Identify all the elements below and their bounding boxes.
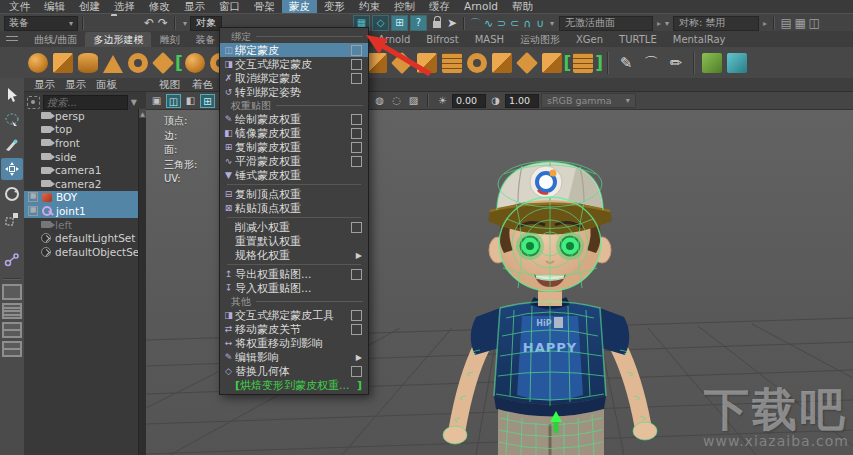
help-mode-icon[interactable]: ?: [410, 15, 427, 31]
shelf-tab[interactable]: 雕刻: [151, 32, 187, 47]
skin-menu-item[interactable]: ✎编辑影响▶: [220, 350, 368, 364]
poly-cube-icon[interactable]: [53, 53, 73, 73]
smooth-proxy-icon[interactable]: [573, 53, 593, 73]
skin-menu-item[interactable]: ∿平滑蒙皮权重: [220, 154, 368, 168]
skin-menu-item[interactable]: ⇄移动蒙皮关节: [220, 322, 368, 336]
option-box-icon[interactable]: [351, 324, 362, 335]
rotate-tool[interactable]: [1, 183, 23, 205]
option-box-icon[interactable]: [351, 114, 362, 125]
viewport-menu-item[interactable]: 着色: [186, 78, 219, 91]
redo-icon[interactable]: ↷: [156, 16, 170, 30]
outliner-row[interactable]: left: [24, 218, 139, 232]
outliner-row[interactable]: camera2: [24, 177, 139, 191]
open-render-view-icon[interactable]: ▤: [779, 16, 793, 30]
menubar-item[interactable]: 窗口: [212, 0, 247, 13]
skin-menu-item[interactable]: 规格化权重▶: [220, 248, 368, 262]
exposure-field[interactable]: 0.00: [452, 94, 486, 108]
symmetry-field[interactable]: 对称: 禁用: [673, 16, 759, 31]
skin-menu-item[interactable]: ✗取消绑定蒙皮: [220, 71, 368, 85]
menubar-item[interactable]: 约束: [352, 0, 387, 13]
outliner-row[interactable]: defaultObjectSet: [24, 245, 139, 259]
expand-arrow-icon[interactable]: ▸: [763, 19, 767, 28]
option-box-icon[interactable]: [351, 366, 362, 377]
select-tool[interactable]: [1, 83, 23, 105]
skin-menu-item[interactable]: ⊠粘贴顶点权重: [220, 201, 368, 215]
menubar-item[interactable]: 骨架: [247, 0, 282, 13]
snap-point-icon[interactable]: ⊃: [495, 17, 508, 30]
mirror-icon[interactable]: [492, 53, 512, 73]
shelf-tab[interactable]: 曲线/曲面: [26, 32, 85, 47]
option-box-icon[interactable]: [351, 310, 362, 321]
shelf-tab[interactable]: 运动图形: [512, 32, 568, 47]
skin-menu-item[interactable]: ◨交互式绑定蒙皮工具: [220, 308, 368, 322]
pick-cursor-icon[interactable]: ➤: [445, 16, 459, 30]
2d-pan-zoom-icon[interactable]: ⊞: [200, 94, 215, 108]
option-box-icon[interactable]: [351, 222, 362, 233]
pencil-curve-icon[interactable]: ✎: [616, 53, 636, 73]
outliner-scrollbar[interactable]: ▲: [138, 109, 146, 455]
menubar-item[interactable]: 创建: [72, 0, 107, 13]
skin-menu-item[interactable]: ↥导出权重贴图...: [220, 267, 368, 281]
menubar-item[interactable]: 选择: [107, 0, 142, 13]
option-box-icon[interactable]: [351, 156, 362, 167]
exposure-icon[interactable]: ☀: [435, 94, 450, 108]
skin-menu-item[interactable]: [烘焙变形到蒙皮权重...]: [220, 378, 368, 392]
skin-menu-item[interactable]: ◧镜像蒙皮权重: [220, 126, 368, 140]
search-input[interactable]: [43, 95, 128, 110]
skin-menu-item[interactable]: ⊞复制蒙皮权重: [220, 140, 368, 154]
motion-blur-icon[interactable]: ◌: [389, 94, 404, 108]
shelf-tab[interactable]: MASH: [467, 32, 512, 47]
new-scene-icon[interactable]: [90, 16, 104, 30]
make-live-icon[interactable]: ∩: [521, 17, 534, 30]
shelf-tab[interactable]: Bifrost: [418, 32, 466, 47]
shelf-tab[interactable]: Arnold: [370, 32, 418, 47]
chevron-down-icon[interactable]: ▼: [131, 98, 137, 107]
option-box-icon[interactable]: [351, 59, 362, 70]
menubar-item[interactable]: 变形: [317, 0, 352, 13]
snap-grid-icon[interactable]: ⌒: [469, 16, 482, 31]
last-tool-joint[interactable]: [1, 249, 23, 271]
shelf-tab[interactable]: 多边形建模: [85, 32, 151, 47]
option-box-icon[interactable]: [351, 128, 362, 139]
outliner-row[interactable]: defaultLightSet: [24, 231, 139, 245]
render-settings-icon[interactable]: ◫: [807, 16, 821, 30]
menubar-item[interactable]: 编辑: [37, 0, 72, 13]
skin-menu-item[interactable]: ◫绑定蒙皮: [220, 43, 368, 57]
layout-four-pane-button[interactable]: [2, 303, 22, 319]
combine-icon[interactable]: [442, 53, 462, 73]
menubar-item[interactable]: 帮助: [505, 0, 540, 13]
shelf-tab[interactable]: 装备: [187, 32, 223, 47]
skin-menu-item[interactable]: ◨交互式绑定蒙皮: [220, 57, 368, 71]
option-box-icon[interactable]: [351, 45, 362, 56]
menubar-item[interactable]: 修改: [142, 0, 177, 13]
snap-curve-icon[interactable]: ∿: [482, 17, 495, 30]
menubar-item[interactable]: Arnold: [457, 0, 505, 13]
paint-select-tool[interactable]: [1, 133, 23, 155]
chevron-down-icon[interactable]: ▾: [550, 19, 554, 28]
scroll-up-icon[interactable]: ▲: [139, 109, 146, 118]
skin-menu-item[interactable]: ↔将权重移动到影响: [220, 336, 368, 350]
character-boy-model[interactable]: HiP HAPPY: [443, 161, 657, 455]
lock-icon[interactable]: [433, 21, 441, 28]
construction-history-icon[interactable]: ⊞: [391, 15, 408, 31]
option-box-icon[interactable]: [351, 142, 362, 153]
menubar-item[interactable]: 文件: [2, 0, 37, 13]
outliner-row[interactable]: ▦BOY: [24, 191, 139, 205]
snap-view-plane-icon[interactable]: ∪: [534, 17, 547, 30]
layout-two-pane-button[interactable]: [2, 322, 22, 338]
skin-menu-item[interactable]: ▼锤式蒙皮权重: [220, 168, 368, 182]
select-camera-icon[interactable]: ▣: [149, 94, 164, 108]
render-current-frame-icon[interactable]: ▦: [793, 16, 807, 30]
menubar-item[interactable]: 蒙皮: [282, 0, 317, 13]
selection-mode-toggle[interactable]: 对象: [190, 16, 222, 31]
save-scene-icon[interactable]: [126, 16, 140, 30]
outliner-row[interactable]: front: [24, 136, 139, 150]
shelf-tab[interactable]: TURTLE: [611, 32, 665, 47]
expand-icon[interactable]: ▦: [28, 206, 38, 216]
sculpt-plane-icon[interactable]: [516, 51, 538, 73]
extrude-icon[interactable]: [367, 53, 387, 73]
viewport-menu-item[interactable]: 视图: [153, 78, 186, 91]
outliner-menu-item[interactable]: 显示: [29, 78, 60, 91]
lasso-select-tool[interactable]: [1, 108, 23, 130]
option-box-icon[interactable]: [351, 73, 362, 84]
